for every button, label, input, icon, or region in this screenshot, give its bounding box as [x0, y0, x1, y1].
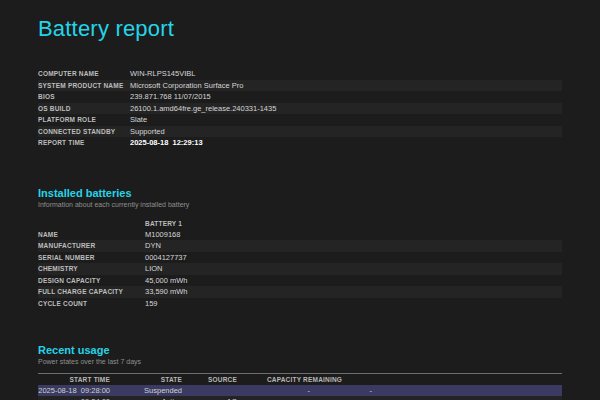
row-value: WIN-RLPS145VIBL: [130, 69, 195, 78]
row-label: SERIAL NUMBER: [38, 254, 145, 261]
page-title: Battery report: [38, 14, 562, 44]
battery-table-body: NAME M1009168 MANUFACTURER DYN SERIAL NU…: [38, 229, 562, 310]
recent-usage-table: START TIME STATE SOURCE CAPACITY REMAINI…: [38, 373, 562, 400]
usage-header-source: SOURCE: [182, 376, 237, 383]
row-label: CYCLE COUNT: [38, 300, 145, 307]
table-row: OS BUILD 26100.1.amd64fre.ge_release.240…: [38, 103, 562, 115]
row-value: M1009168: [145, 230, 180, 239]
row-value: 26100.1.amd64fre.ge_release.240331-1435: [130, 104, 276, 113]
row-label: REPORT TIME: [38, 139, 130, 146]
recent-usage-heading: Recent usage: [38, 343, 562, 357]
row-value: 159: [145, 299, 158, 308]
table-row: PLATFORM ROLE Slate: [38, 114, 562, 126]
recent-usage-subtitle: Power states over the last 7 days: [38, 357, 562, 367]
row-value: 33,590 mWh: [145, 287, 188, 296]
battery-table-header-row: BATTERY 1: [38, 218, 562, 229]
usage-capacity-mwh: -: [310, 386, 372, 395]
row-value: 0004127737: [145, 253, 187, 262]
row-value: LION: [145, 264, 163, 273]
table-row: CONNECTED STANDBY Supported: [38, 126, 562, 138]
battery-report-page: Battery report COMPUTER NAME WIN-RLPS145…: [0, 0, 562, 400]
row-label: PLATFORM ROLE: [38, 116, 130, 123]
row-label: DESIGN CAPACITY: [38, 277, 145, 284]
table-row: CHEMISTRY LION: [38, 263, 562, 275]
row-label: COMPUTER NAME: [38, 70, 130, 77]
row-value: DYN: [145, 241, 161, 250]
installed-batteries-table: BATTERY 1 NAME M1009168 MANUFACTURER DYN…: [38, 218, 562, 310]
usage-header-capacity-remaining: CAPACITY REMAINING: [237, 376, 372, 383]
row-label: NAME: [38, 231, 145, 238]
table-row: COMPUTER NAME WIN-RLPS145VIBL: [38, 68, 562, 80]
table-row: NAME M1009168: [38, 229, 562, 241]
table-row: SERIAL NUMBER 0004127737: [38, 252, 562, 264]
system-info-table: COMPUTER NAME WIN-RLPS145VIBL SYSTEM PRO…: [38, 68, 562, 149]
row-label: BIOS: [38, 93, 130, 100]
installed-batteries-subtitle: Information about each currently install…: [38, 200, 562, 210]
usage-table-row: 09:34:00 Active AC - -: [38, 396, 562, 400]
usage-table-row: 2025-08-18 09:28:00 Suspended - -: [38, 385, 562, 396]
row-value: Slate: [130, 115, 147, 124]
row-value: Supported: [130, 127, 165, 136]
usage-capacity-percent: -: [237, 386, 310, 395]
table-row: BIOS 239.871.768 11/07/2015: [38, 91, 562, 103]
row-value: 45,000 mWh: [145, 276, 188, 285]
row-label: CHEMISTRY: [38, 265, 145, 272]
table-row: REPORT TIME 2025-08-18 12:29:13: [38, 137, 562, 149]
installed-batteries-heading: Installed batteries: [38, 186, 562, 200]
table-row: CYCLE COUNT 159: [38, 298, 562, 310]
usage-state: Suspended: [110, 386, 182, 395]
usage-table-body: 2025-08-18 09:28:00 Suspended - - 09:34:…: [38, 385, 562, 400]
usage-header-start-time: START TIME: [38, 376, 110, 383]
row-value: 2025-08-18 12:29:13: [130, 138, 203, 147]
usage-table-header-row: START TIME STATE SOURCE CAPACITY REMAINI…: [38, 374, 562, 385]
row-label: MANUFACTURER: [38, 242, 145, 249]
row-label: CONNECTED STANDBY: [38, 128, 130, 135]
row-value: 239.871.768 11/07/2015: [130, 92, 211, 101]
row-value: Microsoft Corporation Surface Pro: [130, 81, 243, 90]
battery-column-header: BATTERY 1: [145, 220, 182, 227]
table-row: DESIGN CAPACITY 45,000 mWh: [38, 275, 562, 287]
row-label: OS BUILD: [38, 105, 130, 112]
table-row: FULL CHARGE CAPACITY 33,590 mWh: [38, 286, 562, 298]
usage-header-state: STATE: [110, 376, 182, 383]
row-label: FULL CHARGE CAPACITY: [38, 288, 145, 295]
table-row: MANUFACTURER DYN: [38, 240, 562, 252]
usage-start-time: 2025-08-18 09:28:00: [38, 386, 110, 395]
row-label: SYSTEM PRODUCT NAME: [38, 82, 130, 89]
table-row: SYSTEM PRODUCT NAME Microsoft Corporatio…: [38, 80, 562, 92]
